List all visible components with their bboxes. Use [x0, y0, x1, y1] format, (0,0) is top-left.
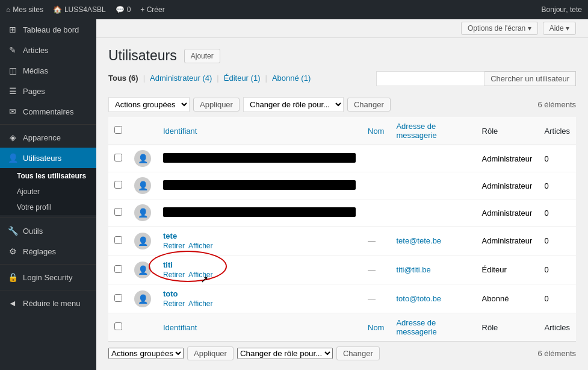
comments-link[interactable]: 💬 0	[116, 5, 131, 14]
sidebar-item-label: Médias	[23, 66, 48, 75]
actions-groupees-select[interactable]: Actions groupées	[108, 97, 190, 112]
th-nom[interactable]: Nom	[362, 117, 390, 145]
bonjour-text: Bonjour, tete	[542, 5, 582, 14]
select-all-checkbox[interactable]	[114, 126, 122, 134]
select-all-checkbox-bottom[interactable]	[114, 322, 122, 330]
avatar-cell: 👤	[128, 227, 157, 256]
articles-cell: 0	[538, 284, 576, 313]
email-cell	[390, 145, 475, 172]
sidebar-item-label: Login Security	[23, 273, 72, 282]
row-checkbox[interactable]	[114, 236, 122, 244]
row-checkbox[interactable]	[114, 208, 122, 216]
options-ecran-button[interactable]: Options de l'écran	[461, 22, 538, 35]
submenu-ajouter[interactable]: Ajouter	[0, 184, 96, 199]
changer-role-select[interactable]: Changer de rôle pour...	[243, 97, 344, 112]
actions-groupees-select-bottom[interactable]: Actions groupées	[108, 348, 184, 359]
filter-tous[interactable]: Tous (6)	[108, 74, 138, 83]
row-checkbox[interactable]	[114, 154, 122, 161]
avatar: 👤	[134, 177, 151, 194]
nom-cell: —	[362, 284, 390, 313]
sidebar-item-apparence[interactable]: ◈ Apparence	[0, 127, 96, 148]
filter-administrateur[interactable]: Administrateur (4)	[150, 74, 212, 83]
afficher-link[interactable]: Afficher	[188, 242, 212, 250]
ajouter-button[interactable]: Ajouter	[184, 49, 220, 63]
role-cell: Administrateur	[476, 172, 539, 199]
bottom-toolbar: Actions groupées Appliquer Changer de rô…	[108, 346, 576, 360]
sidebar-item-articles[interactable]: ✎ Articles	[0, 40, 96, 60]
page-title-row: Utilisateurs Ajouter	[108, 48, 576, 64]
changer-button-bottom[interactable]: Changer	[336, 346, 380, 360]
appliquer-button[interactable]: Appliquer	[193, 98, 240, 111]
retirer-link-toto[interactable]: Retirer	[163, 299, 185, 308]
retirer-link[interactable]: Retirer	[163, 242, 185, 250]
nom-cell: —	[362, 227, 390, 256]
mes-sites-link[interactable]: ⌂ Mes sites	[6, 5, 43, 14]
submenu-votre-profil[interactable]: Votre profil	[0, 199, 96, 215]
sidebar-item-login-security[interactable]: 🔒 Login Security	[0, 267, 96, 287]
changer-button[interactable]: Changer	[347, 98, 391, 111]
table-row: 👤 tete Retirer Afficher — tete@tete.be A…	[108, 227, 576, 256]
email-cell: titi@titi.be	[390, 256, 475, 284]
changer-role-select-bottom[interactable]: Changer de rôle pour...	[237, 348, 333, 359]
filter-editeur[interactable]: Éditeur (1)	[224, 74, 261, 83]
tf-identifiant[interactable]: Identifiant	[157, 313, 362, 342]
username-link-titi[interactable]: titi	[163, 260, 173, 269]
row-checkbox-cell	[108, 199, 128, 227]
sidebar-item-label: Articles	[23, 46, 49, 55]
sidebar-item-pages[interactable]: ☰ Pages	[0, 81, 96, 101]
action-links-toto: Retirer Afficher	[163, 299, 356, 308]
row-checkbox-cell	[108, 172, 128, 199]
role-cell: Administrateur	[476, 145, 539, 172]
submenu-tous-utilisateurs[interactable]: Tous les utilisateurs	[0, 168, 96, 184]
email-link-titi[interactable]: titi@titi.be	[396, 265, 430, 274]
redacted-username	[163, 153, 356, 163]
filter-abonne[interactable]: Abonné (1)	[272, 74, 311, 83]
search-input[interactable]	[376, 71, 484, 86]
th-identifiant[interactable]: Identifiant	[157, 117, 362, 145]
row-checkbox-cell	[108, 227, 128, 256]
creer-link[interactable]: + Créer	[140, 5, 164, 14]
aide-button[interactable]: Aide	[543, 22, 576, 35]
row-checkbox[interactable]	[114, 265, 122, 273]
sidebar-item-reglages[interactable]: ⚙ Réglages	[0, 241, 96, 262]
th-adresse[interactable]: Adresse de messagerie	[390, 117, 475, 145]
identifiant-cell: toto Retirer Afficher	[157, 284, 362, 313]
sidebar-item-reduire[interactable]: ◄ Réduire le menu	[0, 293, 96, 313]
sidebar-item-dashboard[interactable]: ⊞ Tableau de bord	[0, 19, 96, 40]
username-link[interactable]: tete	[163, 231, 177, 240]
tf-adresse[interactable]: Adresse de messagerie	[390, 313, 475, 342]
avatar-cell: 👤	[128, 284, 157, 313]
sidebar-item-commentaires[interactable]: ✉ Commentaires	[0, 101, 96, 122]
afficher-link-titi[interactable]: Afficher	[188, 271, 212, 279]
appliquer-button-bottom[interactable]: Appliquer	[187, 346, 234, 360]
wp-icon: ⌂	[6, 5, 10, 14]
sidebar-item-outils[interactable]: 🔧 Outils	[0, 221, 96, 241]
table-row: 👤 toto Retirer Afficher — toto@toto.be A…	[108, 284, 576, 313]
site-name-link[interactable]: 🏠 LUSS4ASBL	[53, 5, 106, 14]
email-cell: tete@tete.be	[390, 227, 475, 256]
email-cell: toto@toto.be	[390, 284, 475, 313]
username-link-toto[interactable]: toto	[163, 289, 178, 298]
articles-cell: 0	[538, 256, 576, 284]
email-link-toto[interactable]: toto@toto.be	[396, 294, 441, 303]
elements-count: 6 éléments	[537, 100, 576, 109]
row-checkbox[interactable]	[114, 181, 122, 189]
sidebar-item-label: Réduire le menu	[23, 299, 80, 308]
avatar-cell: 👤	[128, 256, 157, 284]
sidebar-item-medias[interactable]: ◫ Médias	[0, 60, 96, 81]
afficher-link-toto[interactable]: Afficher	[188, 299, 212, 308]
nom-cell	[362, 199, 390, 227]
dashboard-icon: ⊞	[7, 24, 18, 35]
sidebar: ⊞ Tableau de bord ✎ Articles ◫ Médias ☰ …	[0, 19, 96, 370]
nom-cell: —	[362, 256, 390, 284]
row-checkbox[interactable]	[114, 294, 122, 302]
tf-nom[interactable]: Nom	[362, 313, 390, 342]
sidebar-item-utilisateurs[interactable]: 👤 Utilisateurs	[0, 148, 96, 168]
creer-label: + Créer	[140, 5, 164, 14]
site-name-label: LUSS4ASBL	[64, 5, 106, 14]
nom-cell	[362, 145, 390, 172]
utilisateurs-icon: 👤	[7, 152, 18, 163]
retirer-link-titi[interactable]: Retirer	[163, 271, 185, 279]
email-link[interactable]: tete@tete.be	[396, 236, 441, 245]
search-button[interactable]: Chercher un utilisateur	[484, 71, 576, 86]
